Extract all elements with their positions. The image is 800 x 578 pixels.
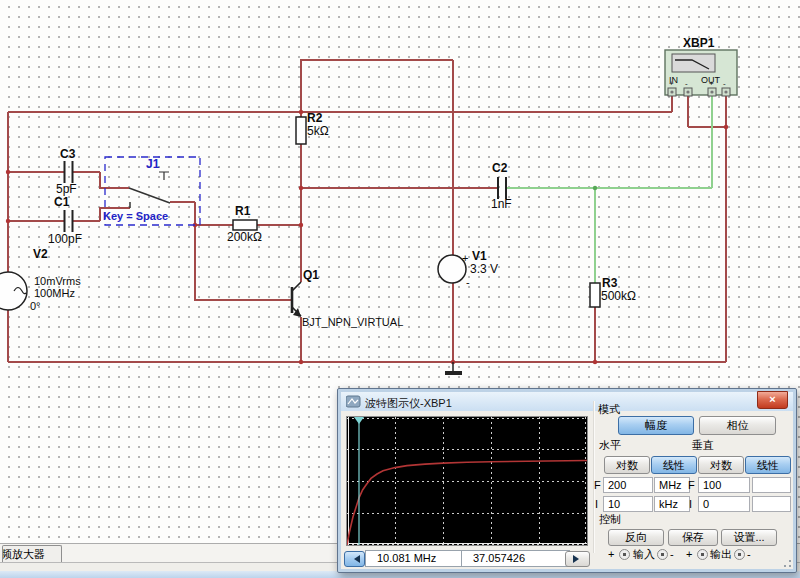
cursor-frequency-readout: 10.081 MHz: [365, 550, 472, 567]
v1-ref: V1: [472, 250, 487, 262]
cursor-value-readout: 37.057426: [461, 550, 570, 567]
component-v2[interactable]: [0, 272, 27, 310]
vertical-log-button[interactable]: 对数: [698, 456, 744, 474]
left-arrow-icon: [350, 555, 360, 563]
component-r1[interactable]: [233, 220, 257, 230]
q1-model: BJT_NPN_VIRTUAL: [302, 316, 403, 328]
vertical-section-label: 垂直: [692, 439, 714, 451]
v2-value-2: 100MHz: [34, 287, 75, 299]
out-plus-label: +: [686, 548, 692, 560]
out-minus-label: -: [747, 548, 751, 560]
phase-button[interactable]: 相位: [699, 416, 776, 435]
vertical-i-label: I: [689, 498, 692, 510]
r2-value: 5kΩ: [307, 125, 329, 137]
close-button[interactable]: ×: [757, 391, 788, 409]
component-j1-switch[interactable]: [129, 172, 170, 208]
right-arrow-icon: [573, 555, 583, 563]
component-r3[interactable]: [590, 283, 600, 307]
c1-ref: C1: [54, 196, 69, 208]
bode-plotter-window[interactable]: 波特图示仪-XBP1 × 10.081 MHz 37.057426 模式 幅度 …: [337, 388, 797, 573]
cursor-right-button[interactable]: [565, 551, 590, 567]
control-section-label: 控制: [599, 513, 621, 525]
v2-value-1: 10mVrms: [34, 275, 81, 287]
in-label: 输入: [633, 548, 655, 560]
sheet-tab-label: 高频放大器: [2, 546, 45, 562]
horizontal-f-unit-field: MHz: [654, 477, 690, 493]
horizontal-log-button[interactable]: 对数: [604, 456, 650, 474]
cursor-left-button[interactable]: [344, 551, 365, 567]
wire-net-green[interactable]: [506, 96, 712, 283]
horizontal-i-value-field[interactable]: 10: [603, 496, 653, 512]
component-xbp1[interactable]: [665, 50, 737, 96]
out-minus-terminal: [734, 549, 745, 560]
plot-grid: [347, 417, 587, 545]
q1-ref: Q1: [303, 269, 319, 281]
settings-button[interactable]: 设置...: [721, 529, 777, 546]
bode-curve: [347, 461, 587, 546]
j1-ref: J1: [146, 158, 159, 170]
horizontal-i-unit-field: kHz: [654, 496, 690, 512]
out-label: 输出: [710, 548, 732, 560]
horizontal-section-label: 水平: [599, 439, 621, 451]
vertical-i-value-field[interactable]: 0: [698, 496, 750, 512]
r3-ref: R3: [602, 277, 617, 289]
window-titlebar[interactable]: 波特图示仪-XBP1 ×: [341, 392, 793, 411]
vertical-i-unit-field: [752, 496, 791, 512]
ground-symbol[interactable]: [445, 362, 462, 373]
out-plus-terminal: [697, 549, 708, 560]
in-plus-label: +: [608, 548, 614, 560]
v1-value: 3.3 V: [470, 263, 498, 275]
v1-plus-mark: +: [462, 252, 468, 264]
save-button[interactable]: 保存: [668, 529, 718, 546]
horizontal-linear-button[interactable]: 线性: [651, 456, 697, 474]
xbp1-out-plus: +: [709, 80, 714, 88]
xbp1-ref: XBP1: [683, 37, 714, 49]
component-r2[interactable]: [296, 117, 306, 144]
v1-minus-mark: -: [466, 276, 470, 288]
bode-plot-area[interactable]: [346, 416, 588, 546]
r3-value: 500kΩ: [601, 290, 636, 302]
horizontal-i-label: I: [595, 498, 598, 510]
window-title: 波特图示仪-XBP1: [365, 396, 452, 411]
vertical-f-unit-field: [752, 477, 791, 493]
j1-key-label: Key = Space: [103, 210, 168, 222]
magnitude-button[interactable]: 幅度: [618, 416, 694, 435]
instrument-icon: [346, 395, 361, 409]
in-minus-terminal: [657, 549, 668, 560]
vertical-f-value-field[interactable]: 100: [698, 477, 750, 493]
horizontal-f-value-field[interactable]: 200: [603, 477, 653, 493]
panel-separator: [593, 401, 595, 553]
component-c3[interactable]: [65, 161, 73, 183]
multisim-workspace: C3 5pF C1 100pF V2 10mVrms 100MHz 0° J1 …: [0, 0, 800, 578]
vertical-f-label: F: [688, 479, 695, 491]
sheet-tab[interactable]: 高频放大器: [2, 545, 62, 563]
r2-ref: R2: [307, 112, 322, 124]
xbp1-in-minus: -: [685, 80, 688, 88]
xbp1-in-plus: +: [669, 80, 674, 88]
component-c2[interactable]: [498, 177, 506, 199]
vertical-linear-button[interactable]: 线性: [745, 456, 791, 474]
r1-value: 200kΩ: [227, 231, 262, 243]
c2-ref: C2: [492, 162, 507, 174]
c3-value: 5pF: [56, 183, 77, 195]
c3-ref: C3: [60, 148, 75, 160]
junction-dot-green: [593, 186, 597, 190]
c2-value: 1nF: [491, 198, 512, 210]
resize-grip[interactable]: [789, 560, 791, 562]
in-plus-terminal: [619, 549, 630, 560]
component-q1[interactable]: [292, 282, 301, 317]
c1-value: 100pF: [48, 233, 82, 245]
mode-section-label: 模式: [598, 403, 620, 415]
reverse-button[interactable]: 反向: [608, 529, 664, 546]
r1-ref: R1: [235, 205, 250, 217]
in-minus-label: -: [670, 548, 674, 560]
v2-ref: V2: [33, 248, 48, 260]
v2-value-3: 0°: [30, 300, 41, 312]
component-c1[interactable]: [65, 210, 73, 232]
xbp1-out-minus: -: [723, 80, 726, 88]
horizontal-f-label: F: [594, 479, 601, 491]
